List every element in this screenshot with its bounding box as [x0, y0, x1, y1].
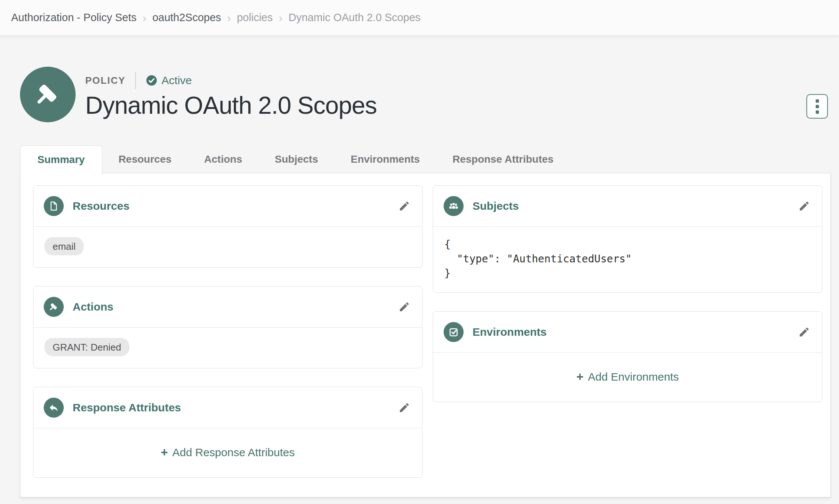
gavel-icon — [44, 297, 64, 317]
pencil-icon — [398, 402, 410, 414]
policy-type-label: POLICY — [85, 75, 126, 86]
add-response-attributes-label: Add Response Attributes — [172, 446, 295, 459]
policy-header: POLICY Active Dynamic OAuth 2.0 Scopes — [20, 67, 828, 122]
subjects-json: { "type": "AuthenticatedUsers" } — [444, 237, 811, 281]
response-attributes-card-title: Response Attributes — [73, 401, 181, 414]
breadcrumb: Authorization - Policy Sets › oauth2Scop… — [11, 11, 421, 24]
summary-panel: Resources email — [20, 173, 831, 497]
pencil-icon — [398, 301, 410, 313]
pencil-icon — [798, 326, 810, 338]
add-environments-button[interactable]: + Add Environments — [576, 371, 679, 383]
kebab-vertical-icon — [816, 110, 819, 114]
edit-response-attributes-button[interactable] — [397, 400, 412, 415]
policy-header-text: POLICY Active Dynamic OAuth 2.0 Scopes — [85, 67, 377, 119]
actions-card-header: Actions — [33, 286, 422, 328]
resources-card-body: email — [33, 227, 422, 267]
tab-subjects[interactable]: Subjects — [259, 146, 335, 173]
edit-resources-button[interactable] — [397, 199, 412, 213]
vertical-divider — [135, 72, 136, 89]
edit-environments-button[interactable] — [797, 325, 812, 339]
pencil-icon — [398, 200, 410, 212]
resource-tag: email — [44, 237, 84, 255]
breadcrumb-item-policy-sets[interactable]: Authorization - Policy Sets — [11, 11, 136, 24]
plus-icon: + — [576, 371, 583, 383]
tab-response-attributes[interactable]: Response Attributes — [436, 146, 570, 173]
tab-label: Response Attributes — [452, 153, 554, 165]
breadcrumb-item-policies[interactable]: policies — [237, 11, 273, 24]
response-attributes-card: Response Attributes + Add Response Attri… — [33, 387, 422, 478]
tab-label: Actions — [204, 153, 242, 165]
users-icon — [444, 196, 464, 216]
actions-card: Actions GRANT: Denied — [33, 286, 422, 368]
status-badge: Active — [146, 74, 192, 87]
more-options-button[interactable] — [806, 94, 828, 119]
breadcrumb-bar: Authorization - Policy Sets › oauth2Scop… — [0, 0, 839, 36]
tab-label: Environments — [351, 153, 420, 165]
left-column: Resources email — [33, 185, 422, 497]
tab-label: Resources — [119, 153, 172, 165]
tab-environments[interactable]: Environments — [334, 146, 436, 173]
resources-card-header: Resources — [33, 186, 422, 227]
kebab-vertical-icon — [816, 99, 819, 103]
check-circle-icon — [146, 74, 157, 86]
chevron-right-icon: › — [142, 12, 146, 24]
gavel-icon — [33, 79, 63, 110]
tab-label: Summary — [37, 154, 85, 166]
tab-summary[interactable]: Summary — [20, 145, 102, 173]
environments-card-header: Environments — [433, 312, 822, 353]
policy-page: POLICY Active Dynamic OAuth 2.0 Scopes S… — [0, 67, 839, 497]
kebab-vertical-icon — [816, 105, 819, 108]
response-attributes-card-body: + Add Response Attributes — [33, 428, 422, 477]
status-label: Active — [162, 74, 192, 87]
environments-card-body: + Add Environments — [433, 353, 822, 402]
page-title: Dynamic OAuth 2.0 Scopes — [85, 92, 377, 119]
tab-label: Subjects — [275, 153, 318, 165]
policy-avatar — [20, 67, 76, 122]
subjects-card: Subjects { "type": "AuthenticatedUsers" … — [433, 185, 822, 293]
environments-card-title: Environments — [472, 326, 547, 338]
breadcrumb-item-current: Dynamic OAuth 2.0 Scopes — [289, 11, 421, 24]
environments-card: Environments + Add Environments — [433, 311, 822, 402]
policy-meta-row: POLICY Active — [85, 72, 377, 89]
actions-card-title: Actions — [73, 301, 113, 313]
breadcrumb-item-oauth2scopes[interactable]: oauth2Scopes — [152, 11, 221, 24]
subjects-card-header: Subjects — [433, 186, 822, 227]
check-square-icon — [444, 322, 464, 342]
edit-subjects-button[interactable] — [797, 199, 812, 213]
chevron-right-icon: › — [279, 12, 283, 24]
tab-bar: Summary Resources Actions Subjects Envir… — [20, 145, 831, 173]
document-icon — [44, 196, 64, 216]
subjects-card-title: Subjects — [472, 200, 519, 212]
right-column: Subjects { "type": "AuthenticatedUsers" … — [433, 185, 822, 497]
resources-card-title: Resources — [73, 200, 129, 212]
action-tag: GRANT: Denied — [44, 338, 129, 356]
resources-card: Resources email — [33, 185, 422, 268]
reply-arrow-icon — [44, 398, 64, 418]
add-response-attributes-button[interactable]: + Add Response Attributes — [161, 446, 295, 459]
add-environments-label: Add Environments — [588, 371, 679, 383]
tab-resources[interactable]: Resources — [102, 146, 188, 173]
subjects-card-body: { "type": "AuthenticatedUsers" } — [433, 227, 822, 292]
response-attributes-card-header: Response Attributes — [33, 387, 422, 428]
edit-actions-button[interactable] — [397, 299, 412, 314]
actions-card-body: GRANT: Denied — [33, 328, 422, 368]
chevron-right-icon: › — [227, 12, 231, 24]
pencil-icon — [798, 200, 810, 212]
plus-icon: + — [161, 446, 168, 458]
tab-actions[interactable]: Actions — [188, 146, 259, 173]
